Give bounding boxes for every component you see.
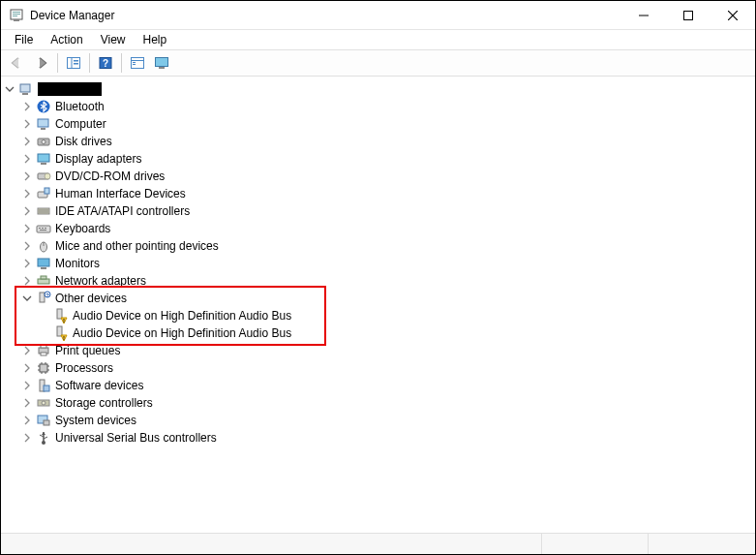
- svg-rect-57: [41, 353, 46, 355]
- expander-icon[interactable]: [20, 414, 34, 427]
- svg-rect-46: [38, 279, 49, 284]
- expander-icon[interactable]: [20, 431, 34, 445]
- tree-item-system[interactable]: System devices: [18, 412, 755, 429]
- back-button[interactable]: [5, 52, 28, 74]
- svg-rect-56: [41, 345, 46, 348]
- menu-action[interactable]: Action: [43, 31, 90, 48]
- tree-item-monitors[interactable]: Monitors: [18, 255, 755, 272]
- svg-rect-48: [40, 293, 45, 302]
- tree-item-dvd[interactable]: DVD/CD-ROM drives: [18, 168, 755, 185]
- svg-rect-22: [22, 93, 28, 95]
- expander-icon[interactable]: [3, 82, 16, 96]
- svg-point-70: [42, 401, 45, 405]
- expander-icon[interactable]: [20, 100, 34, 113]
- expander-icon[interactable]: [20, 344, 34, 357]
- expander-icon[interactable]: [20, 222, 34, 235]
- menu-view[interactable]: View: [93, 31, 134, 48]
- svg-rect-11: [74, 60, 78, 62]
- window-title: Device Manager: [30, 9, 621, 22]
- expander-icon[interactable]: [20, 396, 34, 410]
- monitor-button[interactable]: [151, 52, 174, 74]
- tree-item-storage[interactable]: Storage controllers: [18, 394, 755, 412]
- expander-icon[interactable]: [20, 361, 34, 375]
- show-hide-tree-button[interactable]: [62, 52, 85, 74]
- svg-rect-72: [44, 420, 49, 425]
- minimize-button[interactable]: [621, 1, 666, 29]
- tree-item-label: Human Interface Devices: [55, 187, 186, 200]
- tree-item-label: Network adapters: [55, 274, 146, 288]
- storage-icon: [36, 395, 51, 411]
- root-node[interactable]: [1, 80, 755, 98]
- tree-item-diskdrives[interactable]: Disk drives: [18, 133, 755, 150]
- tree-item-printqueues[interactable]: Print queues: [18, 342, 755, 359]
- tree-item-ide[interactable]: IDE ATA/ATAPI controllers: [18, 202, 755, 220]
- tree-item-label: Bluetooth: [55, 100, 105, 113]
- monitor-icon: [36, 256, 51, 271]
- cpu-icon: [36, 360, 51, 376]
- window-controls: [621, 1, 755, 29]
- svg-rect-12: [74, 63, 78, 65]
- tree-item-audio-device[interactable]: !Audio Device on High Definition Audio B…: [36, 307, 755, 324]
- svg-rect-33: [45, 188, 49, 194]
- warning-device-icon: !: [53, 308, 69, 324]
- tree-item-software[interactable]: Software devices: [18, 377, 755, 394]
- tree-item-display[interactable]: Display adapters: [18, 150, 755, 168]
- computer-icon: [36, 116, 51, 132]
- usb-icon: [36, 430, 51, 446]
- expander-icon[interactable]: [20, 117, 34, 131]
- network-icon: [36, 273, 51, 289]
- tree-item-usb[interactable]: Universal Serial Bus controllers: [18, 429, 755, 447]
- expander-icon[interactable]: [20, 239, 34, 253]
- expander-icon[interactable]: [20, 135, 34, 148]
- tree-item-audio-device[interactable]: !Audio Device on High Definition Audio B…: [36, 324, 755, 342]
- tree-item-label: Monitors: [55, 257, 100, 270]
- tree-item-label: Audio Device on High Definition Audio Bu…: [73, 326, 291, 340]
- tree-content[interactable]: Bluetooth Computer Disk drives Display a…: [1, 77, 755, 533]
- close-button[interactable]: [711, 1, 755, 29]
- toolbar: ?: [1, 49, 755, 77]
- tree-item-keyboards[interactable]: Keyboards: [18, 220, 755, 237]
- tree-item-processors[interactable]: Processors: [18, 359, 755, 377]
- expander-icon[interactable]: [20, 274, 34, 288]
- tree-item-computer[interactable]: Computer: [18, 115, 755, 133]
- scan-hardware-button[interactable]: [126, 52, 149, 74]
- expander-icon[interactable]: [20, 152, 34, 166]
- software-icon: [36, 378, 51, 393]
- tree-item-hid[interactable]: Human Interface Devices: [18, 185, 755, 202]
- svg-rect-1: [13, 12, 20, 13]
- menu-file[interactable]: File: [7, 31, 41, 48]
- svg-rect-37: [37, 226, 50, 232]
- system-icon: [36, 413, 51, 428]
- tree-item-bluetooth[interactable]: Bluetooth: [18, 98, 755, 115]
- svg-rect-18: [133, 64, 136, 65]
- expander-icon[interactable]: [20, 204, 34, 218]
- svg-rect-29: [41, 163, 46, 165]
- expander-icon[interactable]: [20, 292, 34, 305]
- tree-item-label: Processors: [55, 361, 113, 375]
- expander-icon[interactable]: [20, 187, 34, 200]
- bluetooth-icon: [36, 99, 51, 114]
- toolbar-separator: [121, 53, 122, 73]
- expander-icon[interactable]: [20, 379, 34, 392]
- svg-rect-4: [14, 19, 19, 21]
- tree-item-label: Audio Device on High Definition Audio Bu…: [73, 309, 291, 323]
- dvd-icon: [36, 169, 51, 184]
- titlebar: Device Manager: [1, 1, 755, 30]
- svg-rect-24: [38, 119, 48, 127]
- tree-item-label: Storage controllers: [55, 396, 153, 410]
- expander-icon[interactable]: [20, 170, 34, 183]
- help-button[interactable]: ?: [94, 52, 117, 74]
- mouse-icon: [36, 238, 51, 254]
- keyboard-icon: [36, 221, 51, 236]
- svg-rect-39: [42, 228, 44, 229]
- tree-item-mice[interactable]: Mice and other pointing devices: [18, 237, 755, 255]
- tree-item-label: Disk drives: [55, 135, 112, 148]
- forward-button[interactable]: [30, 52, 53, 74]
- tree-item-network[interactable]: Network adapters: [18, 272, 755, 290]
- svg-rect-19: [156, 58, 168, 67]
- maximize-button[interactable]: [666, 1, 711, 29]
- expander-icon[interactable]: [20, 257, 34, 270]
- ide-icon: [36, 203, 51, 219]
- menu-help[interactable]: Help: [136, 31, 175, 48]
- tree-item-other-devices[interactable]: ?Other devices: [18, 290, 755, 307]
